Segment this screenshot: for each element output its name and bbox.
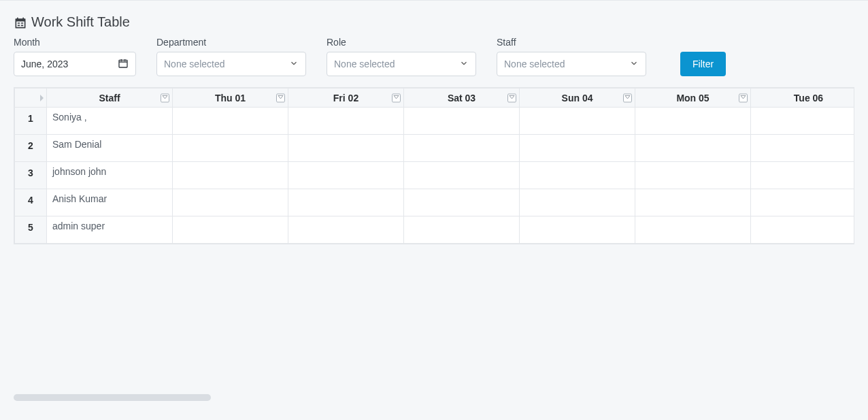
- shift-cell[interactable]: [751, 189, 855, 216]
- svg-marker-4: [510, 95, 514, 99]
- staff-selected: None selected: [504, 59, 565, 69]
- row-number: 3: [15, 162, 47, 189]
- calendar-icon: [118, 58, 129, 71]
- chevron-down-icon: [289, 59, 299, 70]
- shift-cell[interactable]: [173, 108, 288, 135]
- shift-cell[interactable]: [635, 135, 751, 162]
- table-row: 4 Anish Kumar: [15, 189, 855, 216]
- shift-cell[interactable]: [288, 135, 404, 162]
- department-selected: None selected: [164, 59, 225, 69]
- role-selected: None selected: [334, 59, 395, 69]
- shift-cell[interactable]: [520, 108, 635, 135]
- month-label: Month: [14, 37, 136, 48]
- shift-cell[interactable]: [404, 216, 520, 244]
- shift-cell[interactable]: [173, 162, 288, 189]
- shift-cell[interactable]: [404, 189, 520, 216]
- row-number: 2: [15, 135, 47, 162]
- shift-cell[interactable]: [520, 189, 635, 216]
- column-filter-icon[interactable]: [739, 93, 748, 102]
- shift-cell[interactable]: [635, 108, 751, 135]
- column-filter-icon[interactable]: [507, 93, 516, 102]
- svg-marker-5: [625, 95, 630, 99]
- department-select[interactable]: None selected: [156, 52, 306, 76]
- shift-cell[interactable]: [288, 189, 404, 216]
- horizontal-scrollbar[interactable]: [14, 394, 211, 401]
- chevron-down-icon: [459, 59, 469, 70]
- shift-cell[interactable]: [520, 216, 635, 244]
- col-header-label: Staff: [99, 93, 120, 103]
- table-header-row: Staff Thu 01 Fri 02 Sat 03 Sun 04 Mon 05…: [15, 88, 855, 108]
- shift-cell[interactable]: [173, 189, 288, 216]
- role-select[interactable]: None selected: [327, 52, 476, 76]
- shift-cell[interactable]: [404, 162, 520, 189]
- staff-cell[interactable]: johnson john: [47, 162, 173, 189]
- table-row: 1 Soniya ,: [15, 108, 855, 135]
- column-filter-icon[interactable]: [392, 93, 401, 102]
- staff-label: Staff: [497, 37, 646, 48]
- shift-cell[interactable]: [288, 216, 404, 244]
- col-header-day[interactable]: Tue 06: [751, 88, 855, 108]
- col-header-label: Sun 04: [562, 93, 593, 103]
- col-header-label: Sat 03: [448, 93, 475, 103]
- shift-table: Staff Thu 01 Fri 02 Sat 03 Sun 04 Mon 05…: [14, 88, 854, 244]
- shift-cell[interactable]: [520, 162, 635, 189]
- row-number: 1: [15, 108, 47, 135]
- staff-cell[interactable]: Sam Denial: [47, 135, 173, 162]
- col-header-label: Tue 06: [794, 93, 823, 103]
- department-label: Department: [156, 37, 306, 48]
- shift-cell[interactable]: [288, 162, 404, 189]
- staff-cell[interactable]: Anish Kumar: [47, 189, 173, 216]
- row-number: 4: [15, 189, 47, 216]
- shift-cell[interactable]: [404, 135, 520, 162]
- col-header-label: Thu 01: [215, 93, 246, 103]
- shift-cell[interactable]: [288, 108, 404, 135]
- col-header-day[interactable]: Fri 02: [288, 88, 404, 108]
- calendar-table-icon: [14, 16, 27, 30]
- svg-rect-0: [119, 60, 127, 67]
- filter-bar: Month June, 2023 Department None selecte…: [14, 37, 854, 76]
- shift-cell[interactable]: [404, 108, 520, 135]
- expand-icon[interactable]: [40, 95, 44, 101]
- table-corner: [15, 88, 47, 108]
- staff-select[interactable]: None selected: [497, 52, 646, 76]
- shift-cell[interactable]: [751, 135, 855, 162]
- column-filter-icon[interactable]: [276, 93, 285, 102]
- column-filter-icon[interactable]: [161, 93, 169, 102]
- shift-cell[interactable]: [635, 162, 751, 189]
- col-header-label: Fri 02: [333, 93, 358, 103]
- table-row: 2 Sam Denial: [15, 135, 855, 162]
- role-label: Role: [327, 37, 476, 48]
- chevron-down-icon: [629, 59, 639, 70]
- month-input[interactable]: June, 2023: [14, 52, 136, 76]
- page-title: Work Shift Table: [31, 14, 130, 30]
- col-header-day[interactable]: Thu 01: [173, 88, 288, 108]
- svg-marker-1: [163, 95, 167, 99]
- col-header-label: Mon 05: [676, 93, 709, 103]
- column-filter-icon[interactable]: [623, 93, 632, 102]
- month-value: June, 2023: [21, 59, 68, 69]
- shift-cell[interactable]: [520, 135, 635, 162]
- shift-table-container[interactable]: Staff Thu 01 Fri 02 Sat 03 Sun 04 Mon 05…: [14, 87, 854, 244]
- shift-cell[interactable]: [751, 216, 855, 244]
- filter-button[interactable]: Filter: [680, 52, 726, 76]
- staff-cell[interactable]: admin super: [47, 216, 173, 244]
- col-header-day[interactable]: Sat 03: [404, 88, 520, 108]
- row-number: 5: [15, 216, 47, 244]
- svg-marker-2: [278, 95, 283, 99]
- shift-cell[interactable]: [635, 216, 751, 244]
- svg-marker-3: [394, 95, 399, 99]
- shift-cell[interactable]: [173, 216, 288, 244]
- staff-cell[interactable]: Soniya ,: [47, 108, 173, 135]
- col-header-staff[interactable]: Staff: [47, 88, 173, 108]
- shift-cell[interactable]: [751, 162, 855, 189]
- col-header-day[interactable]: Mon 05: [635, 88, 751, 108]
- shift-cell[interactable]: [173, 135, 288, 162]
- table-row: 3 johnson john: [15, 162, 855, 189]
- svg-marker-6: [741, 95, 746, 99]
- page: Work Shift Table Month June, 2023 Depart…: [0, 0, 868, 420]
- col-header-day[interactable]: Sun 04: [520, 88, 635, 108]
- page-title-row: Work Shift Table: [14, 14, 854, 30]
- shift-cell[interactable]: [751, 108, 855, 135]
- table-row: 5 admin super: [15, 216, 855, 244]
- shift-cell[interactable]: [635, 189, 751, 216]
